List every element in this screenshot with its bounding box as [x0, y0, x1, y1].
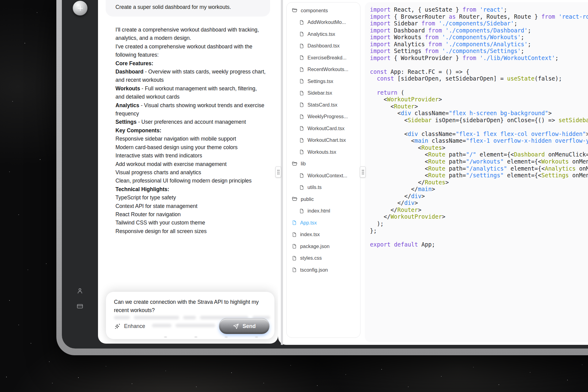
tree-item-label: Workouts.tsx — [307, 149, 336, 155]
user-message-text: Create a super solid dashboard for my wo… — [115, 4, 231, 10]
tree-item-label: WorkoutCard.tsx — [307, 126, 345, 131]
enhance-button[interactable]: Enhance — [114, 323, 145, 330]
file-icon — [299, 102, 304, 107]
file-icon — [299, 138, 304, 143]
code-line: <div className="flex h-screen bg-backgro… — [370, 110, 588, 117]
code-line: <Route path="/settings" element={<Settin… — [370, 172, 588, 179]
prompt-input-value[interactable]: Can we create connection with the Strava… — [114, 298, 267, 315]
code-line: <Sidebar isOpen={sidebarOpen} onClose={(… — [370, 117, 588, 124]
tree-file-analytics-tsx[interactable]: Analytics.tsx — [292, 30, 358, 38]
chat-panel: Create a super solid dashboard for my wo… — [98, 0, 278, 344]
chat-paragraph: Key Components: — [115, 126, 266, 135]
chat-assistant-message: I'll create a comprehensive workout dash… — [115, 26, 266, 236]
file-icon — [299, 43, 304, 49]
chat-paragraph: Workouts - Full workout management with … — [115, 85, 266, 101]
code-line: </WorkoutProvider> — [370, 213, 588, 221]
chat-paragraph: Clean, professional UI following modern … — [115, 177, 266, 185]
tree-file-recentworkouts[interactable]: RecentWorkouts... — [292, 66, 358, 74]
send-button[interactable]: Send — [219, 318, 270, 334]
tree-item-label: index.tsx — [300, 232, 320, 237]
tree-file-workouts-tsx[interactable]: Workouts.tsx — [292, 148, 358, 156]
tree-file-index-tsx[interactable]: index.tsx — [292, 231, 358, 239]
tree-file-workoutchart-tsx[interactable]: WorkoutChart.tsx — [292, 137, 358, 144]
code-line — [370, 234, 588, 241]
new-chat-button[interactable] — [73, 1, 88, 16]
resize-handle-chat-files[interactable] — [275, 166, 281, 178]
code-line: </Router> — [370, 207, 588, 214]
code-line: </div> — [370, 193, 588, 200]
tree-item-label: tsconfig.json — [300, 267, 328, 273]
code-line: <WorkoutProvider> — [370, 96, 588, 103]
tree-item-label: utils.ts — [307, 184, 322, 190]
code-line: ); — [370, 221, 588, 228]
chat-paragraph: Modern card-based design using your them… — [115, 143, 266, 152]
chat-paragraph: Responsive design for all screen sizes — [115, 227, 266, 236]
file-tree: componentsAddWorkoutMo...Analytics.tsxDa… — [292, 7, 358, 274]
tree-file-weeklyprogress[interactable]: WeeklyProgress... — [292, 113, 358, 121]
tree-file-utils-ts[interactable]: utils.ts — [292, 184, 358, 191]
tree-item-label: WorkoutContext... — [307, 173, 347, 179]
resize-handle-files-code[interactable] — [360, 166, 366, 178]
tree-file-sidebar-tsx[interactable]: Sidebar.tsx — [292, 89, 358, 97]
tree-item-label: App.tsx — [300, 220, 317, 226]
tree-file-tsconfig-json[interactable]: tsconfig.json — [292, 266, 358, 274]
tree-file-index-html[interactable]: index.html — [292, 207, 358, 215]
credit-card-icon[interactable] — [76, 303, 84, 310]
code-line: import { BrowserRouter as Router, Routes… — [370, 13, 588, 21]
folder-open-icon — [292, 7, 298, 13]
prompt-input-card[interactable]: Can we create connection with the Strava… — [106, 292, 275, 339]
tree-file-package-json[interactable]: package.json — [292, 243, 358, 250]
code-panel: import React, { useState } from 'react';… — [365, 2, 588, 342]
tree-file-addworkoutmo[interactable]: AddWorkoutMo... — [292, 19, 358, 26]
plus-icon — [77, 5, 84, 12]
tree-file-settings-tsx[interactable]: Settings.tsx — [292, 77, 358, 85]
chat-paragraph: Technical Highlights: — [115, 185, 266, 194]
tree-file-app-tsx[interactable]: App.tsx — [292, 219, 358, 227]
tree-file-statscard-tsx[interactable]: StatsCard.tsx — [292, 101, 358, 109]
file-icon — [299, 126, 304, 131]
code-line: <Route path="/analytics" element={<Analy… — [370, 165, 588, 172]
tree-folder-lib[interactable]: lib — [292, 160, 358, 168]
chat-paragraph: Visual progress charts and analytics — [115, 168, 266, 177]
tree-item-label: Sidebar.tsx — [307, 90, 332, 96]
chat-paragraph: Responsive sidebar navigation with mobil… — [115, 135, 266, 143]
code-editor[interactable]: import React, { useState } from 'react';… — [370, 6, 588, 248]
tree-file-workoutcontext[interactable]: WorkoutContext... — [292, 172, 358, 179]
tree-item-label: styles.css — [300, 255, 322, 261]
tree-file-dashboard-tsx[interactable]: Dashboard.tsx — [292, 42, 358, 50]
code-line: import Analytics from './components/Anal… — [370, 41, 588, 48]
rail-bottom-icons — [62, 287, 98, 310]
code-line — [370, 124, 588, 131]
file-icon — [299, 208, 304, 214]
code-line: const [sidebarOpen, setSidebarOpen] = us… — [370, 75, 588, 82]
panel-divider — [281, 0, 283, 345]
chat-paragraph: Analytics - Visual charts showing workou… — [115, 101, 266, 118]
chat-paragraph: I'll create a comprehensive workout dash… — [115, 26, 266, 43]
code-line: <main className="flex-1 overflow-x-hidde… — [370, 138, 588, 145]
file-icon — [299, 67, 304, 72]
tree-folder-public[interactable]: public — [292, 195, 358, 203]
user-icon[interactable] — [76, 287, 84, 295]
file-icon — [292, 232, 297, 237]
code-line: return ( — [370, 89, 588, 96]
tree-item-label: Settings.tsx — [307, 78, 333, 84]
code-line: import Settings from './components/Setti… — [370, 48, 588, 55]
code-line: <Router> — [370, 103, 588, 110]
file-icon — [299, 149, 304, 155]
file-icon — [299, 90, 304, 96]
file-icon — [299, 173, 304, 178]
chat-paragraph: Add workout modal with exercise manageme… — [115, 160, 266, 168]
tree-folder-components[interactable]: components — [292, 7, 358, 14]
chat-paragraph: TypeScript for type safety — [115, 194, 266, 202]
tree-item-label: index.html — [307, 208, 330, 214]
tree-file-exercisebreakd[interactable]: ExerciseBreakd... — [292, 54, 358, 62]
chat-paragraph: Context API for state management — [115, 202, 266, 210]
tree-item-label: WeeklyProgress... — [307, 114, 348, 119]
tree-item-label: package.json — [300, 243, 330, 249]
tree-item-label: AddWorkoutMo... — [307, 19, 346, 25]
user-message-bubble: Create a super solid dashboard for my wo… — [106, 0, 270, 17]
tree-file-styles-css[interactable]: styles.css — [292, 254, 358, 262]
file-icon — [299, 55, 304, 60]
chat-paragraph: Settings - User preferences and account … — [115, 118, 266, 126]
tree-file-workoutcard-tsx[interactable]: WorkoutCard.tsx — [292, 125, 358, 132]
